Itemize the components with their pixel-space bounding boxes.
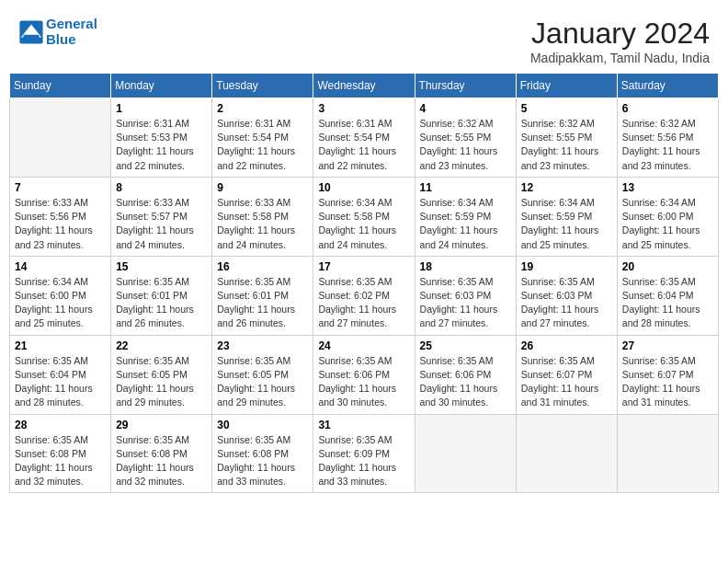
calendar-cell: 22 Sunrise: 6:35 AMSunset: 6:05 PMDaylig… — [111, 335, 212, 414]
day-number: 26 — [521, 339, 612, 352]
calendar-cell: 17 Sunrise: 6:35 AMSunset: 6:02 PMDaylig… — [313, 256, 415, 335]
day-number: 29 — [116, 419, 207, 431]
logo-icon — [18, 19, 44, 45]
day-number: 4 — [420, 102, 511, 115]
calendar-cell: 14 Sunrise: 6:34 AMSunset: 6:00 PMDaylig… — [10, 256, 111, 335]
day-number: 8 — [116, 181, 207, 194]
calendar-cell: 12 Sunrise: 6:34 AMSunset: 5:59 PMDaylig… — [516, 177, 617, 256]
day-info: Sunrise: 6:35 AMSunset: 6:06 PMDaylight:… — [420, 354, 511, 410]
day-number: 31 — [318, 419, 409, 431]
calendar-cell: 2 Sunrise: 6:31 AMSunset: 5:54 PMDayligh… — [212, 98, 313, 178]
weekday-header-wednesday: Wednesday — [313, 74, 415, 98]
calendar-cell: 15 Sunrise: 6:35 AMSunset: 6:01 PMDaylig… — [111, 256, 212, 335]
weekday-header-saturday: Saturday — [617, 74, 718, 98]
day-number: 3 — [318, 102, 409, 115]
day-info: Sunrise: 6:35 AMSunset: 6:09 PMDaylight:… — [318, 433, 409, 489]
week-row-4: 21 Sunrise: 6:35 AMSunset: 6:04 PMDaylig… — [10, 335, 719, 414]
calendar-cell: 30 Sunrise: 6:35 AMSunset: 6:08 PMDaylig… — [212, 414, 313, 493]
weekday-header-thursday: Thursday — [415, 74, 516, 98]
day-number: 5 — [521, 102, 612, 115]
day-info: Sunrise: 6:35 AMSunset: 6:04 PMDaylight:… — [622, 275, 713, 331]
weekday-header-row: SundayMondayTuesdayWednesdayThursdayFrid… — [10, 74, 719, 98]
day-info: Sunrise: 6:35 AMSunset: 6:01 PMDaylight:… — [116, 275, 207, 331]
day-number: 6 — [622, 102, 713, 115]
calendar-cell: 6 Sunrise: 6:32 AMSunset: 5:56 PMDayligh… — [617, 98, 718, 178]
day-number: 1 — [116, 102, 207, 115]
title-section: January 2024 Madipakkam, Tamil Nadu, Ind… — [530, 17, 710, 65]
calendar-cell: 7 Sunrise: 6:33 AMSunset: 5:56 PMDayligh… — [10, 177, 111, 256]
page-header: General Blue January 2024 Madipakkam, Ta… — [9, 9, 719, 69]
day-info: Sunrise: 6:33 AMSunset: 5:56 PMDaylight:… — [15, 196, 106, 252]
weekday-header-monday: Monday — [111, 74, 212, 98]
calendar-cell: 24 Sunrise: 6:35 AMSunset: 6:06 PMDaylig… — [313, 335, 415, 414]
day-info: Sunrise: 6:34 AMSunset: 5:58 PMDaylight:… — [318, 196, 409, 252]
calendar-cell: 20 Sunrise: 6:35 AMSunset: 6:04 PMDaylig… — [617, 256, 718, 335]
day-number: 10 — [318, 181, 409, 194]
day-info: Sunrise: 6:31 AMSunset: 5:54 PMDaylight:… — [217, 117, 308, 173]
calendar-cell: 5 Sunrise: 6:32 AMSunset: 5:55 PMDayligh… — [516, 98, 617, 178]
calendar-cell — [415, 414, 516, 493]
weekday-header-tuesday: Tuesday — [212, 74, 313, 98]
day-number: 17 — [318, 260, 409, 273]
day-info: Sunrise: 6:35 AMSunset: 6:05 PMDaylight:… — [116, 354, 207, 410]
week-row-3: 14 Sunrise: 6:34 AMSunset: 6:00 PMDaylig… — [10, 256, 719, 335]
calendar-cell: 1 Sunrise: 6:31 AMSunset: 5:53 PMDayligh… — [111, 98, 212, 178]
logo-text: General Blue — [46, 17, 97, 47]
day-info: Sunrise: 6:35 AMSunset: 6:03 PMDaylight:… — [521, 275, 612, 331]
day-number: 19 — [521, 260, 612, 273]
calendar-cell: 19 Sunrise: 6:35 AMSunset: 6:03 PMDaylig… — [516, 256, 617, 335]
day-info: Sunrise: 6:34 AMSunset: 6:00 PMDaylight:… — [622, 196, 713, 252]
calendar-cell: 31 Sunrise: 6:35 AMSunset: 6:09 PMDaylig… — [313, 414, 415, 493]
calendar-cell: 13 Sunrise: 6:34 AMSunset: 6:00 PMDaylig… — [617, 177, 718, 256]
location: Madipakkam, Tamil Nadu, India — [530, 51, 710, 65]
day-number: 30 — [217, 419, 308, 431]
svg-rect-2 — [24, 34, 40, 40]
day-info: Sunrise: 6:35 AMSunset: 6:03 PMDaylight:… — [420, 275, 511, 331]
day-number: 24 — [318, 339, 409, 352]
logo: General Blue — [18, 17, 97, 47]
day-number: 14 — [15, 260, 106, 273]
calendar-cell: 18 Sunrise: 6:35 AMSunset: 6:03 PMDaylig… — [415, 256, 516, 335]
day-number: 2 — [217, 102, 308, 115]
day-number: 21 — [15, 339, 106, 352]
calendar-cell: 29 Sunrise: 6:35 AMSunset: 6:08 PMDaylig… — [111, 414, 212, 493]
day-number: 16 — [217, 260, 308, 273]
calendar-cell: 25 Sunrise: 6:35 AMSunset: 6:06 PMDaylig… — [415, 335, 516, 414]
week-row-1: 1 Sunrise: 6:31 AMSunset: 5:53 PMDayligh… — [10, 98, 719, 178]
day-info: Sunrise: 6:35 AMSunset: 6:06 PMDaylight:… — [318, 354, 409, 410]
day-number: 27 — [622, 339, 713, 352]
day-info: Sunrise: 6:32 AMSunset: 5:55 PMDaylight:… — [420, 117, 511, 173]
calendar-cell — [516, 414, 617, 493]
day-number: 22 — [116, 339, 207, 352]
day-info: Sunrise: 6:35 AMSunset: 6:08 PMDaylight:… — [15, 433, 106, 489]
day-number: 28 — [15, 419, 106, 431]
calendar-cell: 10 Sunrise: 6:34 AMSunset: 5:58 PMDaylig… — [313, 177, 415, 256]
day-info: Sunrise: 6:35 AMSunset: 6:02 PMDaylight:… — [318, 275, 409, 331]
day-info: Sunrise: 6:32 AMSunset: 5:55 PMDaylight:… — [521, 117, 612, 173]
calendar-cell: 27 Sunrise: 6:35 AMSunset: 6:07 PMDaylig… — [617, 335, 718, 414]
calendar-cell: 8 Sunrise: 6:33 AMSunset: 5:57 PMDayligh… — [111, 177, 212, 256]
day-info: Sunrise: 6:35 AMSunset: 6:05 PMDaylight:… — [217, 354, 308, 410]
day-number: 11 — [420, 181, 511, 194]
day-info: Sunrise: 6:34 AMSunset: 5:59 PMDaylight:… — [521, 196, 612, 252]
calendar-cell — [10, 98, 111, 178]
day-number: 15 — [116, 260, 207, 273]
weekday-header-friday: Friday — [516, 74, 617, 98]
calendar-table: SundayMondayTuesdayWednesdayThursdayFrid… — [9, 73, 719, 493]
day-info: Sunrise: 6:33 AMSunset: 5:58 PMDaylight:… — [217, 196, 308, 252]
day-info: Sunrise: 6:31 AMSunset: 5:53 PMDaylight:… — [116, 117, 207, 173]
calendar-cell: 9 Sunrise: 6:33 AMSunset: 5:58 PMDayligh… — [212, 177, 313, 256]
calendar-cell: 4 Sunrise: 6:32 AMSunset: 5:55 PMDayligh… — [415, 98, 516, 178]
day-info: Sunrise: 6:35 AMSunset: 6:01 PMDaylight:… — [217, 275, 308, 331]
calendar-cell: 28 Sunrise: 6:35 AMSunset: 6:08 PMDaylig… — [10, 414, 111, 493]
day-info: Sunrise: 6:35 AMSunset: 6:07 PMDaylight:… — [521, 354, 612, 410]
weekday-header-sunday: Sunday — [10, 74, 111, 98]
day-info: Sunrise: 6:35 AMSunset: 6:08 PMDaylight:… — [217, 433, 308, 489]
day-number: 9 — [217, 181, 308, 194]
week-row-2: 7 Sunrise: 6:33 AMSunset: 5:56 PMDayligh… — [10, 177, 719, 256]
calendar-cell: 3 Sunrise: 6:31 AMSunset: 5:54 PMDayligh… — [313, 98, 415, 178]
day-info: Sunrise: 6:34 AMSunset: 5:59 PMDaylight:… — [420, 196, 511, 252]
calendar-cell: 11 Sunrise: 6:34 AMSunset: 5:59 PMDaylig… — [415, 177, 516, 256]
month-title: January 2024 — [530, 17, 710, 51]
day-number: 23 — [217, 339, 308, 352]
